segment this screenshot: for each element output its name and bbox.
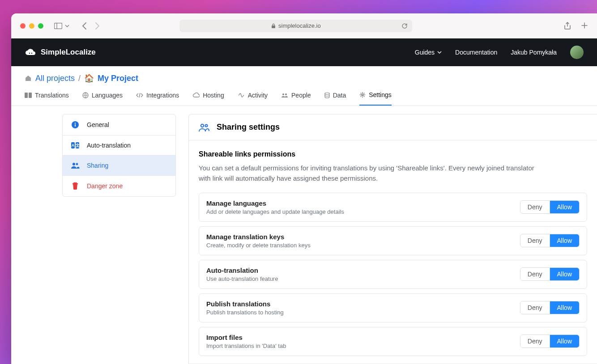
deny-button[interactable]: Deny (520, 201, 550, 213)
settings-sidenav: General A文 Auto-translation Sharing (62, 114, 176, 197)
sidenav-sharing[interactable]: Sharing (63, 156, 175, 176)
trash-icon (71, 182, 80, 190)
users-icon (71, 162, 80, 169)
svg-rect-5 (25, 93, 28, 98)
sidenav-auto-translation[interactable]: A文 Auto-translation (63, 135, 175, 156)
cloud-icon (192, 93, 200, 98)
sidenav-general[interactable]: General (63, 114, 175, 135)
permission-row: Manage languages Add or delete languages… (199, 193, 587, 222)
translations-icon (25, 93, 32, 98)
allow-button[interactable]: Allow (550, 201, 579, 213)
translate-icon: A文 (71, 142, 80, 148)
allow-button[interactable]: Allow (550, 268, 579, 280)
sidenav-danger-zone[interactable]: Danger zone (63, 176, 175, 196)
permission-row: Import files Import translations in 'Dat… (199, 327, 587, 356)
url-bar[interactable]: simplelocalize.io (179, 20, 412, 32)
lock-icon (271, 23, 276, 29)
browser-window: simplelocalize.io SimpleLocalize (11, 13, 597, 364)
window-maximize[interactable] (38, 23, 43, 29)
svg-text:文: 文 (75, 143, 80, 148)
svg-point-9 (285, 93, 287, 95)
traffic-lights (20, 23, 43, 29)
breadcrumb-all-projects[interactable]: All projects (35, 74, 75, 83)
panel-title: Sharing settings (217, 123, 280, 132)
guides-menu[interactable]: Guides (415, 49, 442, 56)
deny-button[interactable]: Deny (520, 234, 550, 247)
permission-desc: Use auto-translation feature (206, 275, 278, 282)
tab-activity[interactable]: Activity (238, 91, 268, 106)
people-icon (281, 93, 288, 98)
settings-panel: Sharing settings Shareable links permiss… (188, 114, 597, 364)
app-header: SimpleLocalize Guides Documentation Jaku… (11, 38, 597, 66)
svg-point-11 (362, 94, 363, 96)
permission-title: Manage languages (206, 199, 344, 207)
users-icon (199, 123, 209, 132)
tab-data[interactable]: Data (324, 91, 346, 106)
svg-point-10 (325, 93, 329, 94)
globe-icon (82, 92, 89, 98)
permission-desc: Add or delete languages and update langu… (206, 208, 344, 215)
url-text: simplelocalize.io (278, 22, 321, 29)
svg-point-14 (75, 123, 76, 123)
svg-point-4 (31, 53, 32, 54)
back-button[interactable] (82, 22, 87, 30)
allow-button[interactable]: Allow (550, 234, 579, 247)
permission-title: Publish translations (206, 300, 284, 308)
svg-rect-0 (55, 23, 62, 29)
allow-button[interactable]: Allow (550, 335, 579, 347)
section-title: Shareable links permissions (199, 150, 587, 158)
sidebar-toggle[interactable] (54, 23, 69, 29)
deny-button[interactable]: Deny (520, 268, 550, 280)
avatar[interactable] (570, 46, 584, 59)
permission-title: Import files (206, 334, 286, 341)
svg-point-8 (282, 93, 284, 95)
code-icon (136, 93, 143, 98)
tab-hosting[interactable]: Hosting (192, 91, 224, 106)
cloud-icon (25, 48, 36, 57)
breadcrumb-separator: / (78, 74, 81, 83)
user-name[interactable]: Jakub Pomykała (511, 49, 557, 56)
window-close[interactable] (20, 23, 26, 29)
tab-settings[interactable]: Settings (359, 91, 392, 106)
tab-languages[interactable]: Languages (82, 91, 123, 106)
sidenav-label: Sharing (87, 162, 108, 169)
window-minimize[interactable] (29, 23, 34, 29)
brand[interactable]: SimpleLocalize (25, 48, 96, 57)
svg-point-21 (201, 124, 204, 127)
svg-point-3 (29, 53, 30, 54)
documentation-link[interactable]: Documentation (455, 49, 497, 56)
permission-desc: Create, modify or delete translation key… (206, 242, 311, 249)
svg-rect-13 (75, 124, 76, 127)
tabs: Translations Languages Integrations Host… (11, 83, 597, 106)
permission-row: Manage translation keys Create, modify o… (199, 226, 587, 255)
gear-icon (359, 92, 366, 98)
breadcrumb-project[interactable]: My Project (98, 74, 138, 83)
svg-point-20 (76, 163, 78, 165)
svg-rect-2 (272, 25, 275, 28)
tab-people[interactable]: People (281, 91, 311, 106)
svg-rect-6 (29, 93, 32, 98)
titlebar: simplelocalize.io (11, 13, 597, 38)
brand-name: SimpleLocalize (41, 48, 96, 57)
chevron-down-icon (65, 25, 69, 27)
forward-button[interactable] (95, 22, 100, 30)
panel-header: Sharing settings (189, 114, 597, 140)
deny-button[interactable]: Deny (520, 335, 550, 347)
tab-translations[interactable]: Translations (25, 91, 69, 106)
svg-point-22 (205, 124, 207, 127)
permission-title: Manage translation keys (206, 233, 311, 241)
content-area: General A文 Auto-translation Sharing (11, 106, 597, 364)
database-icon (324, 92, 330, 98)
permission-row: Publish translations Publish translation… (199, 293, 587, 322)
deny-button[interactable]: Deny (520, 301, 550, 314)
permissions-list: Manage languages Add or delete languages… (199, 193, 587, 356)
allow-button[interactable]: Allow (550, 301, 579, 314)
sidenav-label: Auto-translation (87, 142, 131, 149)
home-icon (25, 75, 32, 82)
project-emoji: 🏠 (84, 73, 94, 83)
chevron-down-icon (437, 51, 442, 54)
share-icon[interactable] (564, 22, 571, 30)
reload-icon[interactable] (401, 23, 408, 29)
new-tab-icon[interactable] (581, 22, 588, 30)
tab-integrations[interactable]: Integrations (136, 91, 179, 106)
